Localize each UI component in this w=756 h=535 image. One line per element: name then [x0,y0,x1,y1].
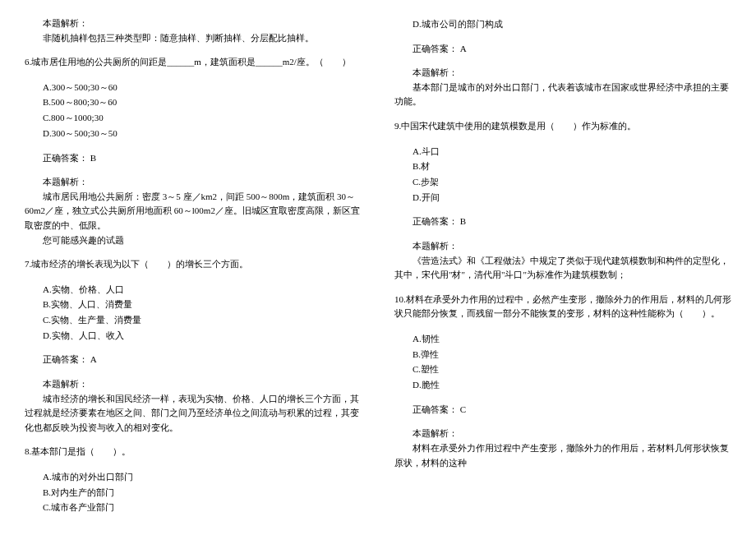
q8-option-b: B.对内生产的部门 [43,485,362,500]
analysis-heading: 本题解析： [25,377,362,392]
analysis-text: 《营造法式》和《工程做法》中规定了类似于现代建筑模数制和构件的定型化，其中，宋代… [394,254,731,283]
q6-analysis: 本题解析： 城市居民用地公共厕所：密度 3～5 座／km2，间距 500～800… [25,175,362,247]
q9-option-b: B.材 [413,159,731,174]
q9-stem: 9.中国宋代建筑中使用的建筑模数是用（ ）作为标准的。 [394,119,731,134]
q8-stem: 8.基本部门是指（ ）。 [25,445,362,459]
analysis-heading: 本题解析： [25,175,362,190]
q6-options: A.300～500;30～60 B.500～800;30～60 C.800～10… [25,80,362,141]
q8-answer: 正确答案： A [394,42,731,57]
q10-option-d: D.脆性 [413,377,731,393]
q8-option-c: C.城市各产业部门 [43,500,362,515]
q10-options: A.韧性 B.弹性 C.塑性 D.脆性 [394,331,731,393]
intro-analysis: 本题解析： 非随机抽样包括三种类型即：随意抽样、判断抽样、分层配比抽样。 [25,16,362,45]
q10-analysis: 本题解析： 材料在承受外力作用过程中产生变形，撤除外力的作用后，若材料几何形状恢… [394,427,731,470]
answer-label: 正确答案： [413,44,458,53]
q7-options: A.实物、价格、人口 B.实物、人口、消费量 C.实物、生产量、消费量 D.实物… [25,282,362,344]
q9-options: A.斗口 B.材 C.步架 D.开间 [394,144,731,205]
q10-answer: 正确答案： C [394,403,731,417]
q7-analysis: 本题解析： 城市经济的增长和国民经济一样，表现为实物、价格、人口的增长三个方面，… [25,377,362,435]
q8-option-a: A.城市的对外出口部门 [43,469,362,485]
q7-option-b: B.实物、人口、消费量 [43,297,362,312]
answer-value: A [90,354,97,364]
analysis-heading: 本题解析： [394,239,731,254]
analysis-text: 材料在承受外力作用过程中产生变形，撤除外力的作用后，若材料几何形状恢复原状，材料… [394,441,731,470]
answer-label: 正确答案： [413,404,458,414]
q8-option-d: D.城市公司的部门构成 [413,16,731,32]
answer-value: A [460,44,467,53]
q9-option-a: A.斗口 [413,144,731,159]
q7-stem: 7.城市经济的增长表现为以下（ ）的增长三个方面。 [25,257,362,272]
q10-option-a: A.韧性 [413,331,731,347]
q7-answer: 正确答案： A [25,353,362,367]
q6-answer: 正确答案： B [25,151,362,166]
q10-stem: 10.材料在承受外力作用的过程中，必然产生变形，撤除外力的作用后，材料的几何形状… [394,293,731,321]
analysis-text: 城市居民用地公共厕所：密度 3～5 座／km2，间距 500～800m，建筑面积… [25,190,362,233]
answer-label: 正确答案： [43,354,88,364]
q9-answer: 正确答案： B [394,214,731,229]
answer-value: B [460,216,466,226]
analysis-text: 城市经济的增长和国民经济一样，表现为实物、价格、人口的增长三个方面，其过程就是经… [25,392,362,436]
analysis-text: 基本部门是城市的对外出口部门，代表着该城市在国家或世界经济中承担的主要功能。 [394,81,731,109]
q7-option-c: C.实物、生产量、消费量 [43,312,362,328]
related-questions: 您可能感兴趣的试题 [25,233,362,248]
analysis-heading: 本题解析： [394,427,731,441]
q9-option-c: C.步架 [413,174,731,190]
q9-option-d: D.开间 [413,190,731,205]
analysis-heading: 本题解析： [25,16,362,31]
q9-analysis: 本题解析： 《营造法式》和《工程做法》中规定了类似于现代建筑模数制和构件的定型化… [394,239,731,283]
analysis-heading: 本题解析： [394,66,731,81]
q8-analysis: 本题解析： 基本部门是城市的对外出口部门，代表着该城市在国家或世界经济中承担的主… [394,66,731,109]
q6-option-d: D.300～500;30～50 [43,126,362,141]
q10-option-c: C.塑性 [413,362,731,377]
q6-option-a: A.300～500;30～60 [43,80,362,95]
exam-page: 本题解析： 非随机抽样包括三种类型即：随意抽样、判断抽样、分层配比抽样。 6.城… [0,0,756,535]
answer-value: B [90,153,96,163]
q10-option-b: B.弹性 [413,347,731,362]
q7-option-a: A.实物、价格、人口 [43,282,362,297]
q7-option-d: D.实物、人口、收入 [43,328,362,344]
q6-stem: 6.城市居住用地的公共厕所的间距是______m，建筑面积是______m2/座… [25,55,362,70]
answer-value: C [460,404,466,414]
answer-label: 正确答案： [413,216,458,226]
q6-option-c: C.800～1000;30 [43,110,362,126]
q6-option-b: B.500～800;30～60 [43,95,362,110]
answer-label: 正确答案： [43,153,88,163]
analysis-text: 非随机抽样包括三种类型即：随意抽样、判断抽样、分层配比抽样。 [25,31,362,46]
